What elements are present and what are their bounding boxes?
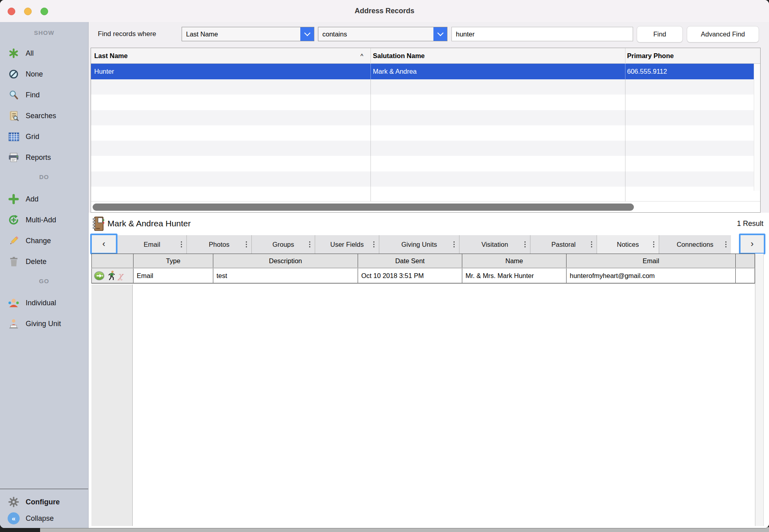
cell-name[interactable]: Mr. & Mrs. Mark Hunter (462, 268, 566, 283)
chevron-down-icon (300, 27, 314, 41)
sidebar-item-none[interactable]: None (0, 64, 88, 85)
find-button[interactable]: Find (637, 26, 683, 42)
tab-menu-dots-icon[interactable] (524, 242, 526, 248)
sidebar: SHOW All None Find Searches (0, 22, 89, 528)
table-row-selected[interactable]: Hunter Mark & Andrea 606.555.9112 (91, 64, 760, 79)
sidebar-divider (0, 489, 88, 489)
tab-groups[interactable]: Groups (251, 235, 315, 254)
detail-vertical-scrollbar-track[interactable] (755, 254, 764, 526)
tab-email[interactable]: Email (117, 235, 186, 254)
column-header-date-sent[interactable]: Date Sent (358, 254, 462, 268)
collapse-circle-icon: « (7, 512, 20, 525)
detail-table-header: Type Description Date Sent Name Email (91, 254, 755, 268)
sidebar-item-multi-add[interactable]: Multi-Add (0, 210, 88, 230)
window-title: Address Records (0, 0, 769, 22)
tab-menu-dots-icon[interactable] (246, 242, 247, 248)
column-header-salutation-name[interactable]: Salutation Name (373, 48, 425, 64)
sidebar-item-giving-unit[interactable]: Giving Unit (0, 313, 88, 334)
tab-scroll-right-button[interactable]: › (739, 234, 765, 254)
column-header-description[interactable]: Description (213, 254, 358, 268)
horizontal-scrollbar-track[interactable] (91, 201, 760, 212)
cell-type[interactable]: Email (133, 268, 213, 283)
tab-menu-dots-icon[interactable] (181, 242, 182, 248)
main-panel: Find records where Last Name contains Fi… (89, 22, 769, 528)
result-count: 1 Result (737, 213, 763, 234)
sidebar-item-change[interactable]: Change (0, 230, 88, 251)
tab-menu-dots-icon[interactable] (653, 242, 654, 248)
tab-photos[interactable]: Photos (186, 235, 251, 254)
sidebar-item-grid[interactable]: Grid (0, 126, 88, 147)
no-circle-icon (7, 67, 20, 81)
empty-row[interactable] (91, 141, 760, 156)
asterisk-icon (7, 46, 20, 60)
go-arrow-icon[interactable] (94, 271, 105, 280)
tab-menu-dots-icon[interactable] (591, 242, 592, 248)
scroll-search-icon (7, 109, 20, 123)
tab-menu-dots-icon[interactable] (309, 242, 310, 248)
tab-menu-dots-icon[interactable] (725, 242, 727, 248)
detail-table: Type Description Date Sent Name Email (91, 254, 755, 284)
sidebar-item-all[interactable]: All (0, 43, 88, 64)
column-header-email[interactable]: Email (566, 254, 735, 268)
tab-user-fields[interactable]: User Fields (315, 235, 379, 254)
circle-plus-arrow-icon (7, 213, 20, 227)
runner-icon[interactable] (107, 270, 115, 281)
empty-row[interactable] (91, 79, 760, 95)
cell-email[interactable]: hunterofmyheart@gmail.com (566, 268, 735, 283)
sidebar-item-find[interactable]: Find (0, 85, 88, 105)
column-header-name[interactable]: Name (462, 254, 566, 268)
column-header-spacer (735, 254, 755, 268)
sort-ascending-indicator[interactable]: ^ (360, 48, 363, 64)
sidebar-item-searches[interactable]: Searches (0, 105, 88, 126)
horizontal-scrollbar-thumb[interactable] (93, 204, 634, 211)
section-header-do: DO (0, 171, 88, 183)
column-header-last-name[interactable]: Last Name (94, 48, 127, 64)
tab-giving-units[interactable]: Giving Units (379, 235, 459, 254)
address-records-window: Address Records SHOW All None Find (0, 0, 769, 528)
column-header-type[interactable]: Type (133, 254, 213, 268)
section-header-show: SHOW (0, 27, 88, 39)
tab-scroll-left-button[interactable]: ‹ (90, 234, 117, 254)
column-header-actions (92, 254, 133, 268)
section-header-go: GO (0, 275, 88, 287)
address-book-icon (92, 216, 105, 233)
actions-column-background (91, 284, 133, 526)
tab-menu-dots-icon[interactable] (373, 242, 374, 248)
empty-row[interactable] (91, 125, 760, 141)
empty-row[interactable] (91, 156, 760, 171)
tab-notices[interactable]: Notices (597, 235, 659, 254)
cell-spacer (735, 268, 755, 283)
search-input[interactable] (451, 27, 633, 41)
screen: Address Records SHOW All None Find (0, 0, 769, 532)
detail-table-row[interactable]: χ Email test Oct 10 2018 3:51 PM Mr. & M… (91, 268, 755, 284)
empty-row[interactable] (91, 187, 760, 202)
cell-last-name: Hunter (94, 64, 114, 79)
cell-primary-phone: 606.555.9112 (627, 64, 667, 79)
empty-row[interactable] (91, 95, 760, 110)
advanced-find-button[interactable]: Advanced Find (687, 26, 759, 42)
field-dropdown[interactable]: Last Name (182, 27, 314, 41)
sidebar-item-collapse[interactable]: « Collapse (0, 509, 88, 528)
person-laptop-icon (7, 317, 20, 330)
results-table-body: Hunter Mark & Andrea 606.555.9112 (91, 64, 760, 202)
chevron-down-icon (433, 27, 447, 41)
cell-date-sent[interactable]: Oct 10 2018 3:51 PM (358, 268, 462, 283)
chi-icon[interactable]: χ (118, 272, 123, 280)
tab-connections[interactable]: Connections (659, 235, 731, 254)
tab-menu-dots-icon[interactable] (453, 242, 455, 248)
sidebar-item-delete[interactable]: Delete (0, 251, 88, 272)
results-table-header: Last Name ^ Salutation Name Primary Phon… (91, 48, 760, 64)
pencil-icon (7, 234, 20, 248)
titlebar: Address Records (0, 0, 769, 22)
empty-row[interactable] (91, 171, 760, 187)
operator-dropdown[interactable]: contains (318, 27, 447, 41)
tab-pastoral[interactable]: Pastoral (530, 235, 597, 254)
sidebar-item-add[interactable]: Add (0, 189, 88, 210)
empty-row[interactable] (91, 110, 760, 125)
sidebar-item-reports[interactable]: Reports (0, 147, 88, 168)
vertical-scrollbar-track[interactable] (754, 64, 760, 191)
cell-description[interactable]: test (213, 268, 358, 283)
tab-visitation[interactable]: Visitation (459, 235, 530, 254)
column-header-primary-phone[interactable]: Primary Phone (627, 48, 674, 64)
sidebar-item-individual[interactable]: Individual (0, 292, 88, 313)
